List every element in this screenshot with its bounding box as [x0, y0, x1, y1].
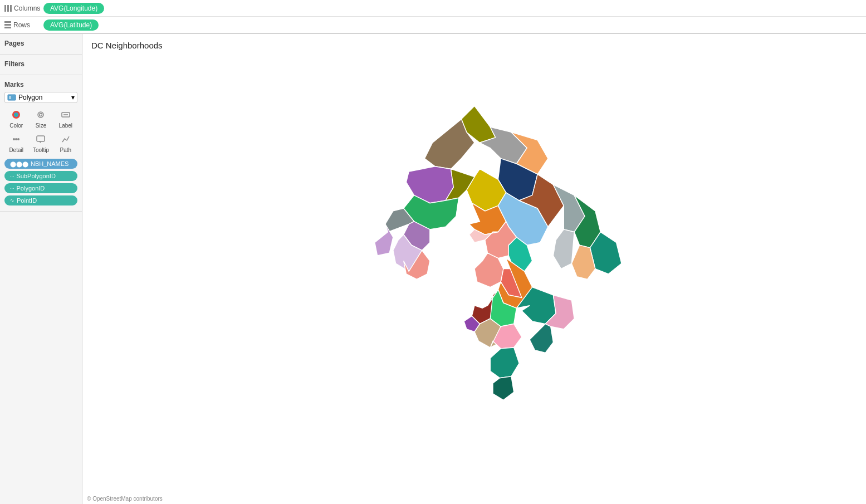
rows-label: Rows	[4, 21, 43, 29]
field-subpolygonid[interactable]: ··· SubPolygonID	[4, 171, 77, 181]
filters-label: Filters	[4, 60, 77, 68]
filters-section: Filters	[0, 55, 82, 75]
subpoly-icon: ···	[10, 173, 14, 179]
pages-label: Pages	[4, 40, 77, 47]
svg-point-5	[38, 112, 43, 118]
marks-label: Marks	[4, 81, 77, 89]
chart-title: DC Neighborhoods	[82, 34, 866, 55]
poly-label: PolygonID	[17, 185, 45, 192]
point-label: PointID	[17, 197, 37, 204]
nbh-icon: ⬤⬤⬤	[10, 161, 28, 167]
detail-icon	[11, 134, 21, 146]
label-button[interactable]: Label	[54, 107, 77, 131]
svg-point-4	[15, 114, 17, 116]
path-icon	[61, 134, 71, 146]
size-label: Size	[36, 123, 46, 129]
path-label: Path	[60, 147, 72, 153]
poly-icon: ···	[10, 185, 14, 191]
size-button[interactable]: Size	[29, 107, 52, 131]
size-icon	[36, 110, 46, 121]
svg-marker-45	[530, 324, 553, 353]
marks-section: Marks Polygon ▾ Color	[0, 75, 82, 212]
subpoly-label: SubPolygonID	[17, 173, 56, 179]
tooltip-icon	[36, 134, 46, 146]
marks-type-label: Polygon	[18, 94, 42, 101]
svg-rect-12	[37, 136, 45, 141]
dc-map	[280, 90, 669, 458]
svg-marker-13	[39, 141, 41, 143]
chart-canvas	[82, 55, 866, 493]
point-icon: ∿	[10, 198, 14, 203]
field-tags: ⬤⬤⬤ NBH_NAMES ··· SubPolygonID ··· Polyg…	[4, 159, 77, 205]
detail-label: Detail	[9, 147, 23, 153]
top-bar: Columns AVG(Longitude) Rows AVG(Latitude…	[0, 0, 866, 34]
path-button[interactable]: Path	[54, 132, 77, 155]
marks-type-select[interactable]: Polygon ▾	[4, 92, 77, 103]
rows-pill[interactable]: AVG(Latitude)	[43, 19, 99, 31]
svg-rect-1	[9, 96, 11, 99]
color-label: Color	[9, 123, 23, 129]
svg-point-9	[13, 138, 15, 140]
marks-type-chevron: ▾	[71, 94, 75, 101]
rows-row: Rows AVG(Latitude)	[0, 17, 866, 33]
pages-section: Pages	[0, 34, 82, 55]
nbh-label: NBH_NAMES	[31, 160, 69, 167]
columns-row: Columns AVG(Longitude)	[0, 0, 866, 17]
svg-point-11	[17, 138, 19, 140]
svg-point-10	[15, 138, 17, 140]
svg-marker-47	[493, 376, 514, 400]
svg-marker-46	[490, 348, 519, 378]
field-pointid[interactable]: ∿ PointID	[4, 195, 77, 205]
main-area: Pages Filters Marks Polygon ▾ C	[0, 34, 866, 504]
detail-button[interactable]: Detail	[4, 132, 28, 155]
color-icon	[11, 110, 21, 121]
sidebar: Pages Filters Marks Polygon ▾ C	[0, 34, 82, 504]
label-label: Label	[59, 123, 72, 129]
marks-buttons: Color Size Label	[4, 107, 77, 155]
content-area: DC Neighborhoods	[82, 34, 866, 504]
field-nbh-names[interactable]: ⬤⬤⬤ NBH_NAMES	[4, 159, 77, 169]
tooltip-button[interactable]: Tooltip	[29, 132, 52, 155]
label-icon	[61, 110, 71, 121]
tooltip-label: Tooltip	[33, 147, 49, 153]
columns-pill[interactable]: AVG(Longitude)	[43, 3, 104, 14]
svg-point-6	[40, 114, 42, 116]
svg-marker-31	[553, 229, 574, 269]
color-button[interactable]: Color	[4, 107, 28, 131]
field-polygonid[interactable]: ··· PolygonID	[4, 183, 77, 193]
attribution: © OpenStreetMap contributors	[82, 493, 866, 504]
columns-label: Columns	[4, 4, 43, 12]
